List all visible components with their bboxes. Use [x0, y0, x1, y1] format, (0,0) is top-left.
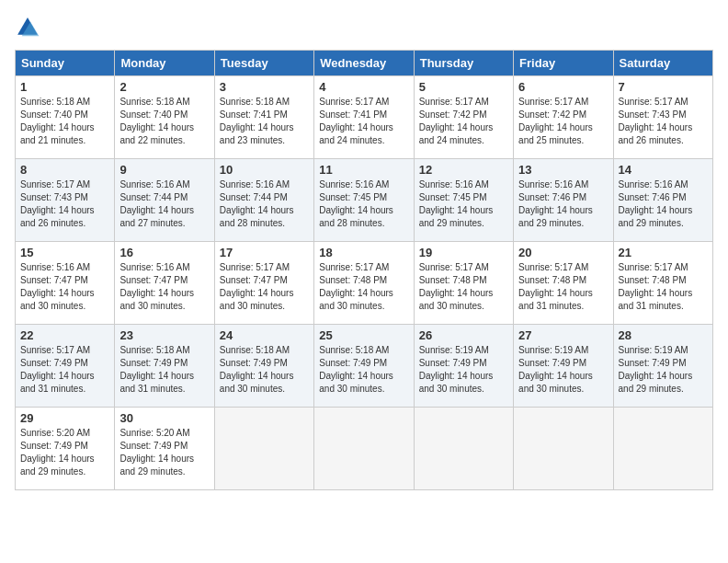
day-number: 11 — [319, 163, 408, 177]
day-number: 14 — [619, 163, 708, 177]
day-cell-18: 18Sunrise: 5:17 AM Sunset: 7:48 PM Dayli… — [314, 242, 414, 325]
calendar-table: SundayMondayTuesdayWednesdayThursdayFrid… — [15, 50, 713, 490]
day-number: 20 — [518, 246, 608, 259]
header-friday: Friday — [514, 51, 613, 76]
day-cell-1: 1Sunrise: 5:18 AM Sunset: 7:40 PM Daylig… — [16, 76, 115, 159]
day-info: Sunrise: 5:16 AM Sunset: 7:47 PM Dayligh… — [20, 261, 109, 313]
day-info: Sunrise: 5:19 AM Sunset: 7:49 PM Dayligh… — [419, 344, 508, 396]
day-info: Sunrise: 5:18 AM Sunset: 7:40 PM Dayligh… — [20, 96, 109, 147]
day-number: 17 — [220, 246, 309, 259]
day-info: Sunrise: 5:16 AM Sunset: 7:45 PM Dayligh… — [319, 178, 408, 230]
day-info: Sunrise: 5:19 AM Sunset: 7:49 PM Dayligh… — [619, 344, 708, 396]
day-cell-6: 6Sunrise: 5:17 AM Sunset: 7:42 PM Daylig… — [514, 76, 613, 159]
day-cell-23: 23Sunrise: 5:18 AM Sunset: 7:49 PM Dayli… — [115, 325, 214, 408]
day-info: Sunrise: 5:18 AM Sunset: 7:41 PM Dayligh… — [220, 96, 309, 147]
day-cell-28: 28Sunrise: 5:19 AM Sunset: 7:49 PM Dayli… — [613, 325, 712, 408]
day-cell-20: 20Sunrise: 5:17 AM Sunset: 7:48 PM Dayli… — [514, 242, 613, 325]
day-info: Sunrise: 5:17 AM Sunset: 7:43 PM Dayligh… — [619, 96, 708, 147]
day-cell-10: 10Sunrise: 5:16 AM Sunset: 7:44 PM Dayli… — [214, 159, 313, 242]
day-info: Sunrise: 5:17 AM Sunset: 7:42 PM Dayligh… — [518, 96, 608, 147]
page-header — [15, 15, 713, 40]
day-number: 8 — [20, 163, 109, 177]
day-info: Sunrise: 5:17 AM Sunset: 7:48 PM Dayligh… — [319, 261, 408, 313]
header-thursday: Thursday — [414, 51, 513, 76]
day-info: Sunrise: 5:16 AM Sunset: 7:46 PM Dayligh… — [518, 178, 608, 230]
day-info: Sunrise: 5:17 AM Sunset: 7:48 PM Dayligh… — [419, 261, 508, 313]
header-tuesday: Tuesday — [214, 51, 313, 76]
empty-cell — [414, 408, 513, 490]
day-number: 3 — [220, 80, 309, 94]
day-number: 27 — [518, 328, 608, 342]
day-number: 13 — [518, 163, 608, 177]
day-cell-22: 22Sunrise: 5:17 AM Sunset: 7:49 PM Dayli… — [16, 325, 115, 408]
day-number: 22 — [20, 328, 109, 342]
header-saturday: Saturday — [613, 51, 712, 76]
day-cell-13: 13Sunrise: 5:16 AM Sunset: 7:46 PM Dayli… — [514, 159, 613, 242]
day-info: Sunrise: 5:18 AM Sunset: 7:40 PM Dayligh… — [119, 96, 209, 147]
day-info: Sunrise: 5:17 AM Sunset: 7:47 PM Dayligh… — [220, 261, 309, 313]
day-cell-14: 14Sunrise: 5:16 AM Sunset: 7:46 PM Dayli… — [613, 159, 712, 242]
day-number: 18 — [319, 246, 408, 259]
day-info: Sunrise: 5:17 AM Sunset: 7:41 PM Dayligh… — [319, 96, 408, 147]
empty-cell — [214, 408, 313, 490]
day-number: 4 — [319, 80, 408, 94]
day-info: Sunrise: 5:16 AM Sunset: 7:45 PM Dayligh… — [419, 178, 508, 230]
logo — [15, 15, 44, 40]
day-cell-29: 29Sunrise: 5:20 AM Sunset: 7:49 PM Dayli… — [16, 408, 115, 490]
day-info: Sunrise: 5:19 AM Sunset: 7:49 PM Dayligh… — [518, 344, 608, 396]
logo-icon — [15, 15, 40, 40]
day-info: Sunrise: 5:16 AM Sunset: 7:44 PM Dayligh… — [220, 178, 309, 230]
day-number: 6 — [518, 80, 608, 94]
day-number: 15 — [20, 246, 109, 259]
day-cell-8: 8Sunrise: 5:17 AM Sunset: 7:43 PM Daylig… — [16, 159, 115, 242]
day-info: Sunrise: 5:17 AM Sunset: 7:48 PM Dayligh… — [619, 261, 708, 313]
day-number: 16 — [119, 246, 209, 259]
day-number: 26 — [419, 328, 508, 342]
day-cell-2: 2Sunrise: 5:18 AM Sunset: 7:40 PM Daylig… — [115, 76, 214, 159]
day-cell-7: 7Sunrise: 5:17 AM Sunset: 7:43 PM Daylig… — [613, 76, 712, 159]
day-info: Sunrise: 5:18 AM Sunset: 7:49 PM Dayligh… — [119, 344, 209, 396]
day-info: Sunrise: 5:18 AM Sunset: 7:49 PM Dayligh… — [220, 344, 309, 396]
header-sunday: Sunday — [16, 51, 115, 76]
day-number: 7 — [619, 80, 708, 94]
day-info: Sunrise: 5:20 AM Sunset: 7:49 PM Dayligh… — [20, 427, 109, 478]
day-cell-9: 9Sunrise: 5:16 AM Sunset: 7:44 PM Daylig… — [115, 159, 214, 242]
day-cell-15: 15Sunrise: 5:16 AM Sunset: 7:47 PM Dayli… — [16, 242, 115, 325]
day-info: Sunrise: 5:17 AM Sunset: 7:43 PM Dayligh… — [20, 178, 109, 230]
day-number: 10 — [220, 163, 309, 177]
day-cell-16: 16Sunrise: 5:16 AM Sunset: 7:47 PM Dayli… — [115, 242, 214, 325]
empty-cell — [514, 408, 613, 490]
empty-cell — [314, 408, 414, 490]
day-cell-19: 19Sunrise: 5:17 AM Sunset: 7:48 PM Dayli… — [414, 242, 513, 325]
day-cell-27: 27Sunrise: 5:19 AM Sunset: 7:49 PM Dayli… — [514, 325, 613, 408]
day-cell-3: 3Sunrise: 5:18 AM Sunset: 7:41 PM Daylig… — [214, 76, 313, 159]
day-number: 21 — [619, 246, 708, 259]
day-number: 24 — [220, 328, 309, 342]
day-cell-24: 24Sunrise: 5:18 AM Sunset: 7:49 PM Dayli… — [214, 325, 313, 408]
day-number: 28 — [619, 328, 708, 342]
day-info: Sunrise: 5:16 AM Sunset: 7:44 PM Dayligh… — [119, 178, 209, 230]
empty-cell — [613, 408, 712, 490]
day-cell-17: 17Sunrise: 5:17 AM Sunset: 7:47 PM Dayli… — [214, 242, 313, 325]
day-info: Sunrise: 5:17 AM Sunset: 7:42 PM Dayligh… — [419, 96, 508, 147]
day-number: 19 — [419, 246, 508, 259]
day-cell-30: 30Sunrise: 5:20 AM Sunset: 7:49 PM Dayli… — [115, 408, 214, 490]
day-info: Sunrise: 5:16 AM Sunset: 7:46 PM Dayligh… — [619, 178, 708, 230]
day-cell-4: 4Sunrise: 5:17 AM Sunset: 7:41 PM Daylig… — [314, 76, 414, 159]
day-cell-12: 12Sunrise: 5:16 AM Sunset: 7:45 PM Dayli… — [414, 159, 513, 242]
day-cell-21: 21Sunrise: 5:17 AM Sunset: 7:48 PM Dayli… — [613, 242, 712, 325]
day-number: 23 — [119, 328, 209, 342]
day-number: 12 — [419, 163, 508, 177]
day-info: Sunrise: 5:20 AM Sunset: 7:49 PM Dayligh… — [119, 427, 209, 478]
day-cell-25: 25Sunrise: 5:18 AM Sunset: 7:49 PM Dayli… — [314, 325, 414, 408]
day-number: 5 — [419, 80, 508, 94]
day-number: 9 — [119, 163, 209, 177]
day-number: 29 — [20, 411, 109, 425]
header-wednesday: Wednesday — [314, 51, 414, 76]
day-number: 30 — [119, 411, 209, 425]
day-info: Sunrise: 5:17 AM Sunset: 7:48 PM Dayligh… — [518, 261, 608, 313]
day-info: Sunrise: 5:18 AM Sunset: 7:49 PM Dayligh… — [319, 344, 408, 396]
day-cell-5: 5Sunrise: 5:17 AM Sunset: 7:42 PM Daylig… — [414, 76, 513, 159]
calendar-header: SundayMondayTuesdayWednesdayThursdayFrid… — [16, 51, 713, 76]
header-monday: Monday — [115, 51, 214, 76]
